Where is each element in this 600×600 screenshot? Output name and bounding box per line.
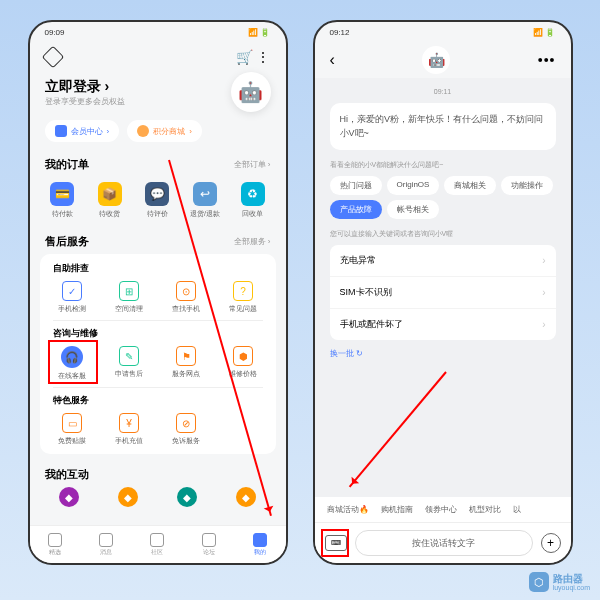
order-item[interactable]: ♻回收单 — [230, 182, 276, 219]
order-item[interactable]: 💬待评价 — [135, 182, 181, 219]
category-chip[interactable]: 产品故障 — [330, 200, 382, 219]
service-icon: ⚑ — [176, 346, 196, 366]
service-item[interactable]: ⊞空间清理 — [102, 281, 157, 314]
all-services-link[interactable]: 全部服务 › — [234, 236, 271, 247]
bot-avatar: 🤖 — [422, 46, 450, 74]
annotation-box — [48, 340, 98, 384]
interact-icon: ◆ — [59, 487, 79, 507]
topic-link[interactable]: 商城活动🔥 — [327, 504, 369, 515]
nav-item[interactable]: 社区 — [132, 526, 183, 563]
phone-left: 09:09 📶 🔋 🛒 ⋮ 立即登录 › 登录享受更多会员权益 🤖 会员中心 ›… — [28, 20, 288, 565]
plus-icon[interactable]: + — [541, 533, 561, 553]
category-chip[interactable]: 功能操作 — [501, 176, 553, 195]
service-icon: ¥ — [119, 413, 139, 433]
chevron-icon: › — [542, 319, 545, 330]
category-chip[interactable]: 帐号相关 — [387, 200, 439, 219]
consult-item[interactable]: ✎申请售后 — [102, 346, 157, 381]
topic-link[interactable]: 购机指南 — [381, 504, 413, 515]
order-item[interactable]: 📦待收货 — [87, 182, 133, 219]
category-chip[interactable]: OriginOS — [387, 176, 440, 195]
order-icon: ♻ — [241, 182, 265, 206]
category-chip[interactable]: 热门问题 — [330, 176, 382, 195]
router-icon: ⬡ — [529, 572, 549, 592]
topic-link[interactable]: 领券中心 — [425, 504, 457, 515]
settings-icon[interactable] — [41, 46, 64, 69]
all-orders-link[interactable]: 全部订单 › — [234, 159, 271, 170]
topic-bar: 商城活动🔥购机指南领券中心机型对比以 — [315, 497, 571, 523]
status-icons: 📶 🔋 — [533, 28, 555, 37]
interact-title: 我的互动 — [45, 467, 89, 482]
back-icon[interactable]: ‹ — [330, 51, 335, 69]
interact-item[interactable]: ◆ — [99, 487, 158, 507]
order-item[interactable]: ↩退货/退款 — [182, 182, 228, 219]
top-bar: 🛒 ⋮ — [30, 42, 286, 72]
avatar[interactable]: 🤖 — [231, 72, 271, 112]
special-item[interactable]: ¥手机充值 — [102, 413, 157, 446]
consult-item[interactable]: ⚑服务网点 — [159, 346, 214, 381]
interact-icon: ◆ — [236, 487, 256, 507]
order-icon: 📦 — [98, 182, 122, 206]
service-icon: ⊘ — [176, 413, 196, 433]
status-bar: 09:09 📶 🔋 — [30, 22, 286, 42]
chevron-icon: › — [542, 255, 545, 266]
chat-header: ‹ 🤖 ••• — [315, 42, 571, 78]
nav-item[interactable]: 消息 — [81, 526, 132, 563]
orders-title: 我的订单 — [45, 157, 89, 172]
interact-item[interactable]: ◆ — [40, 487, 99, 507]
cart-icon[interactable]: 🛒 ⋮ — [236, 49, 271, 65]
nav-item[interactable]: 我的 — [234, 526, 285, 563]
service-icon: ⊞ — [119, 281, 139, 301]
hint-text-2: 您可以直接输入关键词或者咨询问小V喔 — [330, 229, 556, 239]
order-item[interactable]: 💳待付款 — [40, 182, 86, 219]
login-row[interactable]: 立即登录 › 登录享受更多会员权益 🤖 — [30, 72, 286, 120]
interact-icon: ◆ — [118, 487, 138, 507]
service-item[interactable]: ✓手机检测 — [45, 281, 100, 314]
service-item[interactable]: ?常见问题 — [216, 281, 271, 314]
refresh-link[interactable]: 换一批 ↻ — [330, 348, 556, 359]
service-icon: ✓ — [62, 281, 82, 301]
nav-icon — [48, 533, 62, 547]
service-icon: ✎ — [119, 346, 139, 366]
points-mall-pill[interactable]: 积分商城 › — [127, 120, 202, 142]
status-time: 09:12 — [330, 28, 350, 37]
service-icon: ? — [233, 281, 253, 301]
login-title: 立即登录 — [45, 78, 101, 94]
more-icon[interactable]: ••• — [538, 52, 556, 68]
hint-text: 看看全能的小V都能解决什么问题吧~ — [330, 160, 556, 170]
special-item[interactable]: ⊘免诉服务 — [159, 413, 214, 446]
interact-item[interactable]: ◆ — [158, 487, 217, 507]
nav-icon — [202, 533, 216, 547]
nav-item[interactable]: 精选 — [30, 526, 81, 563]
nav-item[interactable]: 论坛 — [183, 526, 234, 563]
service-title: 售后服务 — [45, 234, 89, 249]
nav-icon — [99, 533, 113, 547]
status-icons: 📶 🔋 — [248, 28, 270, 37]
category-chip[interactable]: 商城相关 — [444, 176, 496, 195]
vip-icon — [55, 125, 67, 137]
bottom-nav: 精选消息社区论坛我的 — [30, 525, 286, 563]
order-icon: 💬 — [145, 182, 169, 206]
faq-item[interactable]: 充电异常› — [330, 245, 556, 276]
chat-timestamp: 09:11 — [330, 88, 556, 95]
faq-item[interactable]: 手机或配件坏了› — [330, 308, 556, 340]
voice-input-button[interactable]: 按住说话转文字 — [355, 530, 533, 556]
phone-right: 09:12 📶 🔋 ‹ 🤖 ••• 09:11 Hi，亲爱的V粉，新年快乐！有什… — [313, 20, 573, 565]
topic-link[interactable]: 机型对比 — [469, 504, 501, 515]
topic-link[interactable]: 以 — [513, 504, 521, 515]
annotation-box — [321, 529, 349, 557]
login-subtitle: 登录享受更多会员权益 — [45, 96, 125, 107]
special-item[interactable]: ▭免费贴膜 — [45, 413, 100, 446]
status-bar: 09:12 📶 🔋 — [315, 22, 571, 42]
service-icon: ⬢ — [233, 346, 253, 366]
faq-item[interactable]: SIM卡不识别› — [330, 276, 556, 308]
nav-icon — [253, 533, 267, 547]
selfcheck-title: 自助排查 — [45, 262, 271, 281]
order-icon: ↩ — [193, 182, 217, 206]
member-center-pill[interactable]: 会员中心 › — [45, 120, 120, 142]
watermark: ⬡ 路由器 luyouqi.com — [529, 572, 590, 592]
interact-icon: ◆ — [177, 487, 197, 507]
chevron-icon: › — [542, 287, 545, 298]
nav-icon — [150, 533, 164, 547]
greeting-bubble: Hi，亲爱的V粉，新年快乐！有什么问题，不妨问问小V吧~ — [330, 103, 556, 150]
chevron-icon: › — [104, 78, 109, 94]
